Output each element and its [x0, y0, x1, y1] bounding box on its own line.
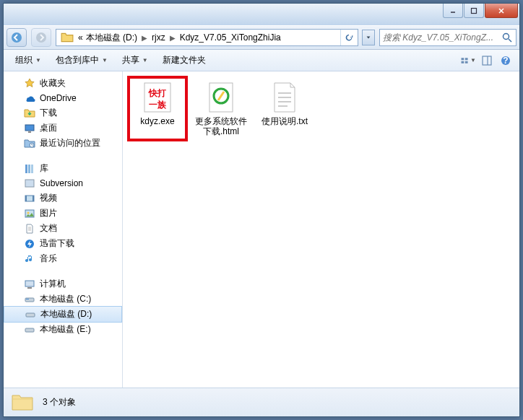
- svg-text:一族: 一族: [149, 100, 167, 110]
- sidebar-item-thunder[interactable]: 迅雷下载: [4, 236, 122, 251]
- svg-rect-8: [462, 58, 464, 60]
- libraries-group: 库 Subversion 视频 图片 文档: [4, 161, 122, 266]
- computer-header[interactable]: 计算机: [4, 276, 122, 292]
- breadcrumb: « 本地磁盘 (D:) ▶ rjxz ▶ Kdyz_V7.05_XiTongZh…: [77, 32, 340, 44]
- breadcrumb-item[interactable]: 本地磁盘 (D:): [85, 32, 139, 44]
- svg-rect-12: [483, 56, 491, 65]
- navigation-pane[interactable]: 收藏夹 OneDrive 下载 桌面 最近访问的位置: [4, 71, 123, 388]
- sidebar-item-drive-d[interactable]: 本地磁盘 (D:): [4, 306, 122, 323]
- favorites-header[interactable]: 收藏夹: [4, 76, 122, 91]
- exe-icon: 快打一族: [140, 80, 175, 115]
- svg-rect-25: [33, 196, 34, 201]
- chevron-down-icon: ▼: [142, 57, 148, 64]
- svg-rect-32: [25, 281, 34, 286]
- share-menu[interactable]: 共享▼: [116, 51, 154, 69]
- maximize-button[interactable]: [464, 4, 484, 18]
- svg-text:?: ?: [503, 56, 508, 66]
- sidebar-item-desktop[interactable]: 桌面: [4, 121, 122, 136]
- sidebar-item-label: Subversion: [40, 178, 83, 188]
- libraries-icon: [24, 163, 35, 175]
- preview-pane-button[interactable]: [479, 53, 495, 69]
- search-icon: [501, 32, 513, 43]
- svg-rect-10: [462, 61, 464, 63]
- sidebar-item-pictures[interactable]: 图片: [4, 206, 122, 221]
- breadcrumb-prefix[interactable]: «: [77, 32, 85, 43]
- svg-point-5: [36, 32, 46, 43]
- sidebar-item-drive-e[interactable]: 本地磁盘 (E:): [4, 322, 122, 337]
- computer-icon: [24, 279, 35, 290]
- sidebar-item-label: 本地磁盘 (E:): [40, 323, 91, 336]
- address-bar[interactable]: « 本地磁盘 (D:) ▶ rjxz ▶ Kdyz_V7.05_XiTongZh…: [56, 29, 358, 46]
- view-options-button[interactable]: ▼: [460, 53, 476, 69]
- html-icon: [204, 80, 238, 115]
- folder-icon: [61, 31, 74, 44]
- sidebar-item-label: 桌面: [40, 122, 57, 134]
- titlebar: [4, 4, 519, 25]
- svg-point-6: [503, 34, 509, 40]
- minimize-button[interactable]: [443, 4, 463, 18]
- sidebar-item-recent[interactable]: 最近访问的位置: [4, 136, 122, 151]
- breadcrumb-item[interactable]: Kdyz_V7.05_XiTongZhiJia: [178, 32, 282, 43]
- picture-icon: [24, 208, 35, 219]
- file-label: 使用说明.txt: [262, 116, 308, 126]
- chevron-down-icon: ▼: [102, 57, 108, 64]
- txt-icon: [267, 80, 302, 115]
- organize-menu[interactable]: 组织▼: [9, 51, 47, 69]
- drive-icon: [24, 324, 35, 336]
- svg-rect-33: [27, 287, 32, 289]
- forward-button[interactable]: [31, 28, 51, 47]
- new-folder-button[interactable]: 新建文件夹: [157, 51, 212, 69]
- svg-text:快打: 快打: [148, 88, 166, 98]
- svg-rect-34: [25, 298, 34, 302]
- file-label: 更多系统软件下载.html: [195, 116, 247, 137]
- chevron-right-icon: ▶: [167, 34, 178, 42]
- chevron-right-icon: ▶: [139, 34, 150, 42]
- back-button[interactable]: [7, 28, 27, 47]
- desktop-icon: [24, 123, 35, 134]
- svg-rect-37: [25, 328, 34, 332]
- file-item-txt[interactable]: 使用说明.txt: [256, 77, 314, 140]
- favorites-icon: [24, 78, 35, 89]
- sidebar-item-label: 本地磁盘 (C:): [40, 293, 91, 305]
- favorites-group: 收藏夹 OneDrive 下载 桌面 最近访问的位置: [4, 76, 122, 151]
- svg-point-27: [27, 211, 30, 214]
- video-icon: [24, 193, 35, 204]
- folder-icon: [11, 391, 34, 414]
- sidebar-item-music[interactable]: 音乐: [4, 251, 122, 266]
- svg-rect-11: [465, 61, 468, 63]
- sidebar-item-onedrive[interactable]: OneDrive: [4, 91, 122, 105]
- status-text: 3 个对象: [43, 396, 76, 408]
- recent-icon: [24, 138, 35, 149]
- svg-rect-21: [31, 165, 33, 173]
- breadcrumb-item[interactable]: rjxz: [150, 32, 167, 43]
- thunder-icon: [24, 238, 35, 250]
- close-button[interactable]: [485, 4, 518, 18]
- toolbar-label: 新建文件夹: [163, 54, 206, 66]
- sidebar-item-documents[interactable]: 文档: [4, 221, 122, 236]
- sidebar-item-label: 图片: [40, 207, 57, 219]
- include-in-library-menu[interactable]: 包含到库中▼: [50, 51, 113, 69]
- history-dropdown-button[interactable]: [362, 30, 375, 45]
- sidebar-item-videos[interactable]: 视频: [4, 191, 122, 206]
- chevron-down-icon: ▼: [470, 57, 476, 64]
- svg-line-7: [509, 39, 511, 42]
- sidebar-header-label: 计算机: [40, 278, 66, 290]
- file-list[interactable]: 快打一族 kdyz.exe 更多系统软件下载.html 使用说明.txt: [123, 71, 519, 388]
- search-box[interactable]: [379, 29, 516, 46]
- sidebar-item-subversion[interactable]: Subversion: [4, 176, 122, 191]
- sidebar-item-downloads[interactable]: 下载: [4, 105, 122, 121]
- chevron-down-icon: ▼: [35, 57, 41, 64]
- sidebar-item-label: 最近访问的位置: [40, 137, 100, 149]
- onedrive-icon: [24, 92, 35, 104]
- refresh-button[interactable]: [340, 30, 356, 45]
- sidebar-item-label: 视频: [40, 192, 57, 204]
- file-item-kdyz[interactable]: 快打一族 kdyz.exe: [129, 77, 186, 140]
- file-label: kdyz.exe: [140, 116, 174, 126]
- help-button[interactable]: ?: [498, 53, 514, 69]
- toolbar-label: 组织: [15, 54, 33, 66]
- file-item-html[interactable]: 更多系统软件下载.html: [192, 77, 250, 140]
- sidebar-item-drive-c[interactable]: 本地磁盘 (C:): [4, 292, 122, 307]
- libraries-header[interactable]: 库: [4, 161, 122, 176]
- sidebar-item-label: 音乐: [40, 253, 57, 265]
- search-input[interactable]: [383, 32, 501, 43]
